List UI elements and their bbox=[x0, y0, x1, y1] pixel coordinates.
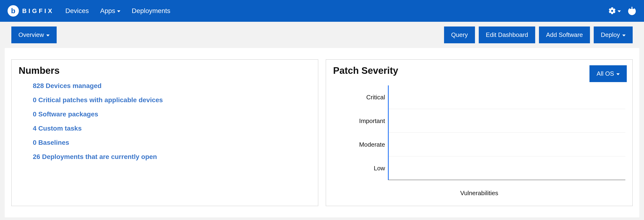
chart-x-label: Vulnerabilities bbox=[333, 189, 625, 197]
numbers-item: 4 Custom tasks bbox=[33, 121, 311, 136]
settings-button[interactable] bbox=[608, 7, 621, 15]
numbers-link[interactable]: 0 Baselines bbox=[33, 139, 69, 146]
numbers-title: Numbers bbox=[19, 65, 311, 76]
edit-dashboard-label: Edit Dashboard bbox=[486, 31, 528, 39]
numbers-item: 828 Devices managed bbox=[33, 79, 311, 93]
nav-apps[interactable]: Apps bbox=[100, 7, 120, 15]
patch-severity-chart: CriticalImportantModerateLow bbox=[333, 85, 625, 180]
nav-deployments[interactable]: Deployments bbox=[132, 7, 170, 15]
dashboard-toolbar: Overview Query Edit Dashboard Add Softwa… bbox=[0, 22, 644, 48]
query-label: Query bbox=[451, 31, 468, 39]
os-filter-dropdown[interactable]: All OS bbox=[590, 65, 627, 82]
chart-area bbox=[388, 85, 625, 180]
numbers-item: 26 Deployments that are currently open bbox=[33, 150, 311, 164]
chart-row bbox=[389, 156, 625, 180]
numbers-item: 0 Critical patches with applicable devic… bbox=[33, 93, 311, 107]
nav-devices[interactable]: Devices bbox=[66, 7, 89, 15]
os-filter-label: All OS bbox=[596, 70, 614, 77]
brand-logo[interactable]: b BIGFIX bbox=[8, 5, 54, 17]
chevron-down-icon bbox=[616, 73, 620, 75]
edit-dashboard-button[interactable]: Edit Dashboard bbox=[479, 27, 535, 43]
chart-row bbox=[389, 85, 625, 109]
deploy-label: Deploy bbox=[601, 31, 620, 39]
chevron-down-icon bbox=[622, 35, 626, 36]
chart-y-labels: CriticalImportantModerateLow bbox=[333, 85, 385, 180]
chart-category-label: Low bbox=[333, 165, 385, 172]
deploy-dropdown[interactable]: Deploy bbox=[594, 27, 633, 43]
primary-nav: Devices Apps Deployments bbox=[66, 7, 170, 15]
overview-dropdown[interactable]: Overview bbox=[11, 27, 57, 43]
top-navbar: b BIGFIX Devices Apps Deployments bbox=[0, 0, 644, 22]
numbers-item: 0 Baselines bbox=[33, 136, 311, 150]
numbers-list: 828 Devices managed0 Critical patches wi… bbox=[33, 79, 311, 164]
numbers-link[interactable]: 828 Devices managed bbox=[33, 82, 102, 89]
patch-title: Patch Severity bbox=[333, 65, 625, 76]
numbers-card: Numbers 828 Devices managed0 Critical pa… bbox=[11, 59, 318, 206]
chart-category-label: Moderate bbox=[333, 141, 385, 148]
query-button[interactable]: Query bbox=[444, 27, 475, 43]
nav-apps-label: Apps bbox=[100, 7, 115, 15]
chevron-down-icon bbox=[46, 35, 50, 36]
chart-category-label: Critical bbox=[333, 94, 385, 101]
numbers-link[interactable]: 0 Software packages bbox=[33, 111, 98, 118]
numbers-link[interactable]: 0 Critical patches with applicable devic… bbox=[33, 96, 163, 104]
patch-severity-card: Patch Severity All OS CriticalImportantM… bbox=[326, 59, 633, 206]
numbers-link[interactable]: 26 Deployments that are currently open bbox=[33, 153, 157, 160]
numbers-item: 0 Software packages bbox=[33, 107, 311, 121]
chevron-down-icon bbox=[117, 11, 120, 12]
gear-icon bbox=[608, 7, 616, 15]
nav-devices-label: Devices bbox=[66, 7, 89, 15]
nav-right bbox=[608, 6, 636, 15]
add-software-button[interactable]: Add Software bbox=[539, 27, 590, 43]
nav-deployments-label: Deployments bbox=[132, 7, 170, 15]
logout-button[interactable] bbox=[628, 6, 636, 15]
dashboard-body: Numbers 828 Devices managed0 Critical pa… bbox=[5, 48, 639, 217]
brand-text: BIGFIX bbox=[22, 7, 54, 15]
logo-icon: b bbox=[8, 5, 19, 17]
add-software-label: Add Software bbox=[546, 31, 583, 39]
chart-row bbox=[389, 133, 625, 156]
chart-category-label: Important bbox=[333, 117, 385, 125]
power-icon bbox=[628, 6, 636, 15]
chevron-down-icon bbox=[618, 11, 621, 12]
numbers-link[interactable]: 4 Custom tasks bbox=[33, 125, 82, 132]
overview-label: Overview bbox=[18, 31, 44, 39]
chart-row bbox=[389, 109, 625, 133]
